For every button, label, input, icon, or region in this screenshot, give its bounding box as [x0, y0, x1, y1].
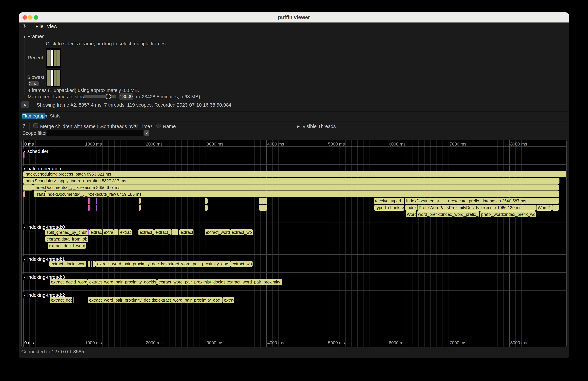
clear-filter-button[interactable]: x — [144, 130, 149, 136]
sort-time-label[interactable]: Time — [139, 124, 150, 129]
flame-bar[interactable] — [88, 205, 89, 211]
flame-bar[interactable] — [23, 152, 24, 158]
frame-bar[interactable] — [47, 50, 50, 66]
flame-bar[interactable] — [88, 261, 90, 267]
flame-bar[interactable]: extract_wo — [231, 261, 252, 267]
flame-bar[interactable] — [139, 205, 141, 211]
flame-bar[interactable]: Trans — [34, 191, 45, 197]
flame-bar[interactable]: IndexDocuments<_, _>::execute_raw 8459.1… — [45, 191, 559, 197]
flame-bar[interactable] — [139, 198, 141, 204]
flamegraph-panel[interactable]: 0 ms0 ms1000 ms1000 ms2000 ms2000 ms3000… — [21, 140, 567, 347]
help-button[interactable]: ? — [22, 123, 25, 129]
thread-section-label[interactable]: ▼scheduler — [23, 148, 50, 154]
chevron-right-icon: ▶ — [297, 125, 300, 128]
flame-bar[interactable] — [89, 205, 90, 211]
theme-toggle-icon[interactable]: ☀ — [22, 23, 27, 29]
frame-bar[interactable] — [47, 70, 50, 86]
flame-bar[interactable]: extract_ — [138, 229, 154, 235]
play-button[interactable]: ▶ — [21, 101, 29, 108]
flame-bar[interactable] — [93, 261, 96, 267]
scope-filter-input[interactable] — [46, 130, 143, 136]
flame-bar[interactable]: Word — [406, 211, 416, 217]
flame-bar[interactable]: extra — [103, 229, 113, 235]
flame-bar[interactable]: extrac — [223, 297, 234, 303]
flame-bar[interactable] — [73, 297, 74, 303]
flame-bar[interactable] — [259, 198, 267, 204]
merge-children-checkbox[interactable] — [33, 123, 38, 128]
flame-bar[interactable]: IndexScheduler>::apply_index_operation 8… — [23, 178, 560, 184]
thread-section-label[interactable]: ▼batch-operation — [23, 166, 63, 171]
flame-bar[interactable]: extract_word_pair_proximity_docids::extr… — [96, 261, 230, 267]
flame-bar[interactable] — [96, 205, 97, 211]
flame-bar[interactable]: extract::data_from_ob — [45, 236, 88, 242]
flame-bar[interactable] — [88, 229, 89, 235]
flame-bar[interactable]: extract_word — [205, 229, 230, 235]
frame-bar-selected[interactable] — [50, 50, 53, 66]
flame-bar[interactable]: word_prefix::index_word_prefix_ — [417, 211, 480, 217]
thread-name: indexing-thread:0 — [27, 224, 65, 230]
collapse-triangle-icon: ▼ — [23, 258, 26, 261]
flame-bar[interactable]: IndexDocuments<_, _>::execute_prefix_dat… — [405, 198, 559, 204]
flame-bar[interactable] — [113, 229, 119, 235]
flame-bar[interactable]: extract_ — [154, 229, 171, 235]
flame-bar[interactable]: IndexDocuments<_, _>::execute 8656.677 m… — [33, 185, 559, 190]
flame-bar[interactable]: extract_docid_word — [50, 279, 88, 285]
sort-name-radio[interactable] — [156, 124, 161, 128]
time-axis-label: 4000 ms — [267, 340, 284, 345]
flame-bar[interactable] — [88, 198, 89, 204]
frame-bar[interactable] — [57, 50, 60, 66]
flame-bar[interactable]: prefix_word::index_prefix_wo — [480, 211, 536, 217]
collapse-triangle-icon: ▼ — [23, 276, 26, 279]
flame-bar[interactable]: extract_word_pair_proximity_docids::extr… — [157, 279, 282, 285]
visible-threads-toggle[interactable]: Visible Threads — [302, 124, 336, 129]
flame-bar[interactable] — [259, 205, 267, 211]
flame-bar[interactable] — [23, 185, 33, 190]
flame-bar[interactable] — [23, 191, 25, 197]
sort-name-label[interactable]: Name — [163, 124, 176, 129]
flame-bar[interactable]: extrac — [119, 229, 132, 235]
menu-item-view[interactable]: View — [47, 24, 57, 29]
flame-bar[interactable]: extract_docid_wor — [49, 261, 86, 267]
separator — [19, 356, 569, 356]
slider-knob[interactable] — [105, 94, 111, 99]
menu-bar: ☀ File View — [19, 22, 569, 30]
frame-bar-selected[interactable] — [50, 70, 53, 86]
flame-bar[interactable]: index — [405, 205, 417, 211]
slowest-frames-thumbnail[interactable] — [46, 69, 61, 87]
flame-bar[interactable]: typed_chunk::w — [374, 205, 404, 211]
frame-bar[interactable] — [57, 70, 60, 86]
clear-button[interactable]: Clear — [28, 81, 39, 86]
sort-direction-arrow-icon[interactable]: ↓ — [150, 123, 153, 128]
frame-bar[interactable] — [54, 70, 57, 86]
flame-bar[interactable]: extract_docid_word — [48, 243, 86, 249]
flame-bar[interactable]: extract_wo — [231, 229, 253, 235]
flame-bar[interactable] — [205, 198, 208, 204]
flame-bar[interactable]: extract_word_pair_proximity_docids::extr… — [88, 297, 223, 303]
flame-bar[interactable]: extract_word_pair_proximity_docids — [88, 279, 157, 285]
recent-frames-thumbnail[interactable] — [46, 48, 61, 68]
flame-bar[interactable]: extract — [179, 229, 193, 235]
flame-bar[interactable] — [91, 261, 92, 267]
flame-bar[interactable]: receive_typed_ — [374, 198, 404, 204]
max-frames-slider[interactable] — [83, 95, 116, 98]
flame-bar[interactable]: extract_doc — [50, 297, 72, 303]
flame-bar[interactable] — [89, 198, 90, 204]
indent-guide — [24, 39, 25, 95]
flame-bar[interactable]: split_grenad_by_chun — [45, 229, 88, 235]
tab-flamegraph[interactable]: Flamegraph — [22, 113, 45, 119]
menu-item-file[interactable]: File — [36, 24, 43, 29]
flame-bar[interactable]: extract — [89, 229, 102, 235]
merge-children-label[interactable]: Merge children with same ID — [40, 124, 102, 129]
flame-bar[interactable]: PrefixWordPairsProximityDocids::execute … — [418, 205, 536, 211]
flame-bar[interactable]: WordPr — [536, 205, 552, 211]
flame-bar[interactable] — [552, 205, 559, 211]
flame-bar[interactable] — [205, 205, 208, 211]
flame-bar[interactable]: IndexScheduler>::process_batch 8953.821 … — [23, 171, 567, 177]
max-frames-value[interactable]: 18000 — [119, 93, 133, 100]
frame-bar[interactable] — [54, 50, 57, 66]
flame-bar[interactable] — [171, 229, 178, 235]
tab-stats[interactable]: Stats — [50, 113, 61, 119]
sort-time-radio[interactable] — [133, 124, 138, 128]
frames-section-header[interactable]: ▼ Frames — [23, 34, 44, 39]
flame-bar[interactable] — [96, 198, 97, 204]
